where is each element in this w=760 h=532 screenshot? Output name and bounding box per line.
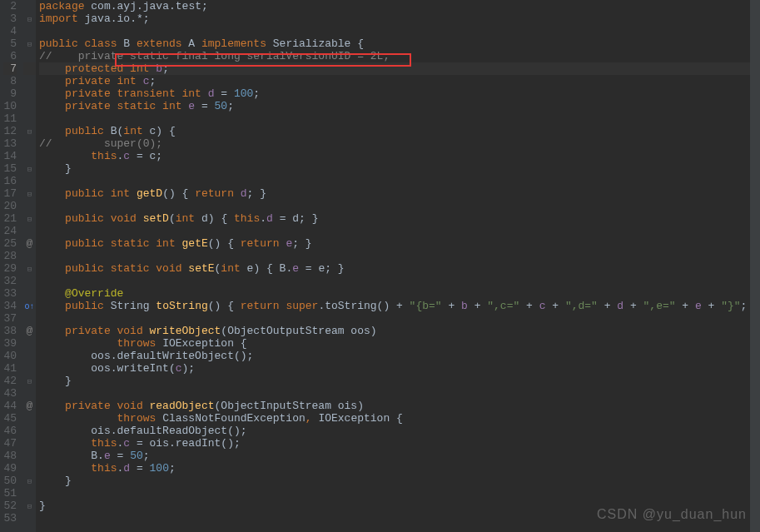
code-line[interactable] bbox=[39, 175, 760, 187]
code-line[interactable] bbox=[39, 250, 760, 262]
fold-gutter[interactable]: ⊟⊟⊟⊟⊟⊟@⊟o↑@⊟@⊟⊟ bbox=[23, 0, 36, 532]
fold-marker bbox=[23, 337, 36, 350]
line-number: 11 bbox=[3, 112, 17, 125]
code-line[interactable]: import java.io.*; bbox=[39, 12, 760, 25]
fold-marker[interactable]: ⊟ bbox=[23, 475, 36, 487]
code-line[interactable] bbox=[39, 312, 760, 325]
line-number: 8 bbox=[3, 75, 17, 87]
fold-marker bbox=[23, 250, 36, 262]
fold-marker bbox=[23, 137, 36, 150]
code-line[interactable]: this.c = ois.readInt(); bbox=[39, 437, 760, 450]
code-line[interactable] bbox=[39, 275, 760, 287]
fold-marker[interactable]: @ bbox=[23, 325, 36, 337]
fold-marker bbox=[23, 275, 36, 287]
line-number: 43 bbox=[3, 387, 17, 400]
code-line[interactable]: } bbox=[39, 162, 760, 175]
code-line[interactable]: this.d = 100; bbox=[39, 462, 760, 475]
fold-marker bbox=[23, 0, 36, 12]
line-number: 7 bbox=[3, 62, 17, 75]
vertical-scrollbar[interactable] bbox=[750, 0, 760, 532]
line-number: 34 bbox=[3, 300, 17, 312]
line-number: 32 bbox=[3, 275, 17, 287]
line-number: 28 bbox=[3, 250, 17, 262]
code-line[interactable] bbox=[39, 225, 760, 237]
line-number: 4 bbox=[3, 25, 17, 37]
line-number: 48 bbox=[3, 450, 17, 462]
line-number: 50 bbox=[3, 475, 17, 487]
fold-marker[interactable]: ⊟ bbox=[23, 12, 36, 25]
code-line[interactable] bbox=[39, 387, 760, 400]
fold-marker[interactable]: @ bbox=[23, 400, 36, 412]
code-line[interactable]: public static int getE() { return e; } bbox=[39, 237, 760, 250]
code-line[interactable]: private int c; bbox=[39, 75, 760, 87]
fold-marker bbox=[23, 412, 36, 425]
code-line[interactable]: B.e = 50; bbox=[39, 450, 760, 462]
code-line[interactable]: @Override bbox=[39, 287, 760, 300]
code-line[interactable]: package com.ayj.java.test; bbox=[39, 0, 760, 12]
line-number: 37 bbox=[3, 312, 17, 325]
code-line[interactable]: public int getD() { return d; } bbox=[39, 187, 760, 200]
line-number: 9 bbox=[3, 87, 17, 100]
fold-marker[interactable]: ⊟ bbox=[23, 162, 36, 175]
code-line[interactable]: protected int b; bbox=[39, 62, 760, 75]
code-line[interactable]: oos.writeInt(c); bbox=[39, 362, 760, 375]
code-line[interactable]: // super(0); bbox=[39, 137, 760, 150]
code-line[interactable] bbox=[39, 487, 760, 500]
fold-marker[interactable]: ⊟ bbox=[23, 125, 36, 137]
code-line[interactable]: oos.defaultWriteObject(); bbox=[39, 350, 760, 362]
line-number: 5 bbox=[3, 37, 17, 50]
code-line[interactable]: throws IOException { bbox=[39, 337, 760, 350]
fold-marker[interactable]: ⊟ bbox=[23, 187, 36, 200]
line-number: 17 bbox=[3, 187, 17, 200]
fold-marker bbox=[23, 350, 36, 362]
code-line[interactable]: private void readObject(ObjectInputStrea… bbox=[39, 400, 760, 412]
line-number: 39 bbox=[3, 337, 17, 350]
line-number: 44 bbox=[3, 400, 17, 412]
line-number: 45 bbox=[3, 412, 17, 425]
line-number: 16 bbox=[3, 175, 17, 187]
fold-marker[interactable]: ⊟ bbox=[23, 375, 36, 387]
line-number: 46 bbox=[3, 425, 17, 437]
code-line[interactable] bbox=[39, 200, 760, 212]
fold-marker bbox=[23, 75, 36, 87]
fold-marker[interactable]: ⊟ bbox=[23, 37, 36, 50]
code-line[interactable]: public B(int c) { bbox=[39, 125, 760, 137]
code-line[interactable]: ois.defaultReadObject(); bbox=[39, 425, 760, 437]
code-line[interactable]: } bbox=[39, 475, 760, 487]
code-line[interactable]: } bbox=[39, 375, 760, 387]
fold-marker[interactable]: ⊟ bbox=[23, 262, 36, 275]
line-number: 53 bbox=[3, 512, 17, 525]
fold-marker bbox=[23, 312, 36, 325]
line-number: 33 bbox=[3, 287, 17, 300]
code-line[interactable]: private transient int d = 100; bbox=[39, 87, 760, 100]
code-editor[interactable]: 2345678910111213141516172021242528293233… bbox=[0, 0, 760, 532]
code-line[interactable]: this.c = c; bbox=[39, 150, 760, 162]
code-line[interactable] bbox=[39, 112, 760, 125]
code-line[interactable]: throws ClassNotFoundException, IOExcepti… bbox=[39, 412, 760, 425]
fold-marker bbox=[23, 87, 36, 100]
code-line[interactable]: public void setD(int d) { this.d = d; } bbox=[39, 212, 760, 225]
fold-marker bbox=[23, 225, 36, 237]
code-line[interactable]: private void writeObject(ObjectOutputStr… bbox=[39, 325, 760, 337]
code-line[interactable]: private static int e = 50; bbox=[39, 100, 760, 112]
line-number: 20 bbox=[3, 200, 17, 212]
line-number: 25 bbox=[3, 237, 17, 250]
line-number: 6 bbox=[3, 50, 17, 62]
line-number: 24 bbox=[3, 225, 17, 237]
line-number: 21 bbox=[3, 212, 17, 225]
fold-marker[interactable]: ⊟ bbox=[23, 500, 36, 512]
code-line[interactable]: public static void setE(int e) { B.e = e… bbox=[39, 262, 760, 275]
fold-marker[interactable]: o↑ bbox=[23, 300, 36, 312]
code-line[interactable] bbox=[39, 25, 760, 37]
fold-marker[interactable]: ⊟ bbox=[23, 212, 36, 225]
line-number: 29 bbox=[3, 262, 17, 275]
line-number: 38 bbox=[3, 325, 17, 337]
code-line[interactable]: public String toString() { return super.… bbox=[39, 300, 760, 312]
watermark: CSDN @yu_duan_hun bbox=[597, 507, 747, 522]
fold-marker[interactable]: @ bbox=[23, 237, 36, 250]
fold-marker bbox=[23, 150, 36, 162]
fold-marker bbox=[23, 100, 36, 112]
code-line[interactable]: public class B extends A implements Seri… bbox=[39, 37, 760, 50]
code-line[interactable]: // private static final long serialVersi… bbox=[39, 50, 760, 62]
code-area[interactable]: package com.ayj.java.test;import java.io… bbox=[36, 0, 760, 532]
